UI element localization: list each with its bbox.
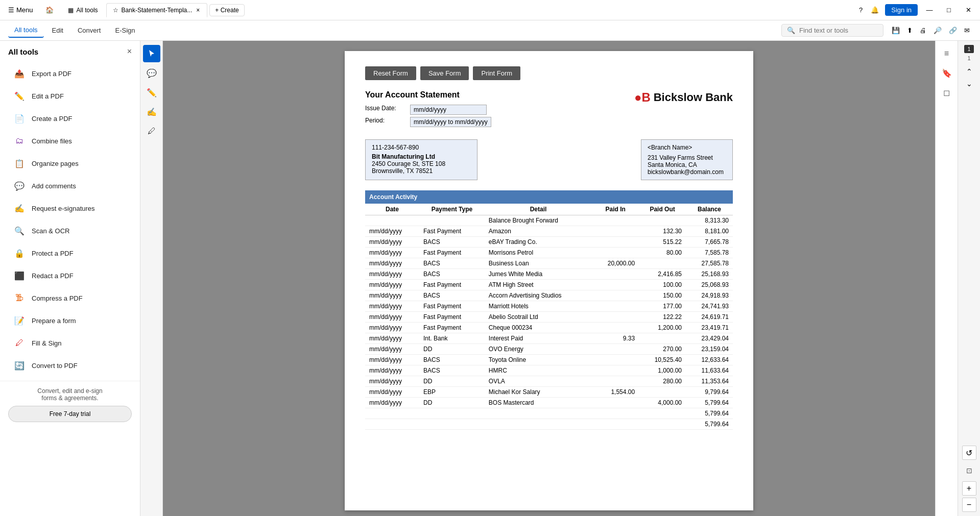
cell-detail: Business Loan: [485, 258, 592, 269]
search-box[interactable]: 🔍: [781, 24, 883, 37]
rotate-button[interactable]: ↺: [962, 446, 976, 460]
cursor-icon: [148, 50, 156, 58]
select-tool-button[interactable]: [143, 45, 160, 62]
search-input[interactable]: [799, 27, 871, 34]
sidebar-item-redact-pdf-label: Redact a PDF: [32, 272, 74, 280]
cell-balance: 23,429.04: [686, 333, 733, 344]
toolbar-esign[interactable]: E-Sign: [109, 23, 141, 37]
comment-tool-button[interactable]: 💬: [143, 64, 160, 82]
cell-detail: Amazon: [485, 226, 592, 237]
cell-date: mm/dd/yyyy: [365, 248, 419, 258]
toolbar-convert[interactable]: Convert: [71, 23, 107, 37]
panel-toggle-button-2[interactable]: 🔖: [938, 64, 955, 82]
sidebar-item-create-pdf[interactable]: 📄 Create a PDF: [4, 107, 136, 130]
cell-balance: 27,585.78: [686, 258, 733, 269]
table-row: mm/dd/yyyy EBP Michael Kor Salary 1,554.…: [365, 387, 733, 398]
period-label: Period:: [365, 117, 406, 127]
link-icon[interactable]: 🔗: [947, 24, 959, 36]
reset-form-button[interactable]: Reset Form: [365, 66, 416, 80]
zoom-in-button[interactable]: +: [962, 481, 976, 496]
cell-balance: 24,619.71: [686, 312, 733, 323]
address-line2: Brownsville, TX 78521: [372, 167, 471, 175]
upload-icon[interactable]: ⬆: [905, 24, 915, 36]
page-indicator: 1: [964, 45, 973, 53]
bank-logo: ●B Bickslow Bank: [634, 90, 733, 129]
table-row: mm/dd/yyyy DD BOS Mastercard 4,000.00 5,…: [365, 398, 733, 408]
scroll-up-button[interactable]: ⌃: [964, 65, 974, 78]
maximize-button[interactable]: □: [941, 3, 957, 18]
pen-tool-button[interactable]: ✏️: [143, 84, 160, 101]
sidebar-item-redact-pdf[interactable]: ⬛ Redact a PDF: [4, 264, 136, 287]
active-tab[interactable]: ☆ Bank-Statement-Templa... ×: [106, 3, 208, 17]
cell-type: [419, 408, 485, 419]
search-enhance-icon[interactable]: 🔎: [931, 24, 944, 36]
toolbar-all-tools[interactable]: All tools: [8, 23, 44, 38]
menu-button[interactable]: ☰ Menu: [4, 4, 37, 16]
sign-in-button[interactable]: Sign in: [885, 4, 918, 16]
panel-toggle-button-1[interactable]: ≡: [938, 45, 955, 62]
cell-date: mm/dd/yyyy: [365, 344, 419, 355]
zoom-panel-button[interactable]: ⊡: [961, 462, 978, 479]
save-form-button[interactable]: Save Form: [420, 66, 469, 80]
sidebar-item-scan-ocr[interactable]: 🔍 Scan & OCR: [4, 219, 136, 242]
zoom-out-button[interactable]: −: [962, 498, 976, 512]
toolbar-edit[interactable]: Edit: [46, 23, 69, 37]
cell-detail: HMRC: [485, 365, 592, 376]
cell-paid-in: [592, 226, 639, 237]
all-tools-tab[interactable]: ▦ All tools: [62, 5, 104, 16]
col-paid-out: Paid Out: [639, 204, 686, 215]
sidebar-item-add-comments[interactable]: 💬 Add comments: [4, 175, 136, 197]
cell-date: [365, 419, 419, 430]
total-pages: 1: [967, 55, 970, 61]
cell-date: mm/dd/yyyy: [365, 269, 419, 280]
sidebar-item-convert-pdf[interactable]: 🔄 Convert to PDF: [4, 354, 136, 377]
protect-pdf-icon: 🔒: [12, 246, 27, 260]
trial-button[interactable]: Free 7-day trial: [8, 406, 132, 422]
sidebar-item-export-pdf[interactable]: 📤 Export a PDF: [4, 62, 136, 85]
table-row: mm/dd/yyyy Int. Bank Interest Paid 9.33 …: [365, 333, 733, 344]
create-button[interactable]: + Create: [209, 4, 244, 16]
issue-date-value[interactable]: mm/dd/yyyy: [410, 105, 487, 115]
scroll-down-button[interactable]: ⌄: [964, 78, 974, 90]
sidebar-item-organize-pages[interactable]: 📋 Organize pages: [4, 152, 136, 175]
table-row: 5,799.64: [365, 419, 733, 430]
sidebar-item-request-esig[interactable]: ✍️ Request e-signatures: [4, 197, 136, 219]
cell-paid-in: [592, 376, 639, 387]
save-icon[interactable]: 💾: [890, 24, 902, 36]
sidebar-item-fill-sign[interactable]: 🖊 Fill & Sign: [4, 332, 136, 354]
period-value[interactable]: mm/dd/yyyy to mm/dd/yyyy: [410, 117, 491, 127]
minimize-button[interactable]: —: [922, 3, 937, 18]
print-icon[interactable]: 🖨: [918, 24, 928, 36]
help-icon[interactable]: ?: [857, 4, 865, 16]
sidebar-close-button[interactable]: ×: [127, 47, 132, 56]
table-row: mm/dd/yyyy Fast Payment Marriott Hotels …: [365, 301, 733, 312]
cell-detail: Jumes White Media: [485, 269, 592, 280]
cell-paid-in: [592, 312, 639, 323]
sidebar-item-edit-pdf[interactable]: ✏️ Edit a PDF: [4, 85, 136, 107]
panel-toggle-button-3[interactable]: ◻: [938, 84, 955, 101]
cell-type: BACS: [419, 258, 485, 269]
sidebar-item-combine-files[interactable]: 🗂 Combine files: [4, 130, 136, 152]
close-window-button[interactable]: ✕: [961, 3, 976, 18]
sign-tool-button[interactable]: ✍️: [143, 103, 160, 120]
table-row: mm/dd/yyyy Fast Payment Amazon 132.30 8,…: [365, 226, 733, 237]
table-row: mm/dd/yyyy BACS Business Loan 20,000.00 …: [365, 258, 733, 269]
stamp-tool-button[interactable]: 🖊: [143, 122, 160, 140]
share-icon[interactable]: ✉: [962, 24, 972, 36]
sidebar-item-prepare-form-label: Prepare a form: [32, 317, 76, 325]
sidebar: All tools × 📤 Export a PDF ✏️ Edit a PDF…: [0, 41, 140, 516]
sidebar-item-compress-pdf[interactable]: 🗜 Compress a PDF: [4, 287, 136, 309]
bell-icon[interactable]: 🔔: [869, 4, 881, 16]
col-paid-in: Paid In: [592, 204, 639, 215]
sidebar-item-prepare-form[interactable]: 📝 Prepare a form: [4, 309, 136, 332]
home-button[interactable]: 🏠: [41, 4, 58, 16]
cell-detail: Michael Kor Salary: [485, 387, 592, 398]
cell-type: Fast Payment: [419, 280, 485, 290]
sidebar-item-protect-pdf[interactable]: 🔒 Protect a PDF: [4, 242, 136, 264]
home-icon: 🏠: [45, 6, 54, 14]
right-panel: ≡ 🔖 ◻: [935, 41, 958, 516]
table-column-headers: Date Payment Type Detail Paid In Paid Ou…: [365, 204, 733, 215]
print-form-button[interactable]: Print Form: [473, 66, 520, 80]
cell-balance: 8,181.00: [686, 226, 733, 237]
tab-close-button[interactable]: ×: [195, 6, 201, 15]
